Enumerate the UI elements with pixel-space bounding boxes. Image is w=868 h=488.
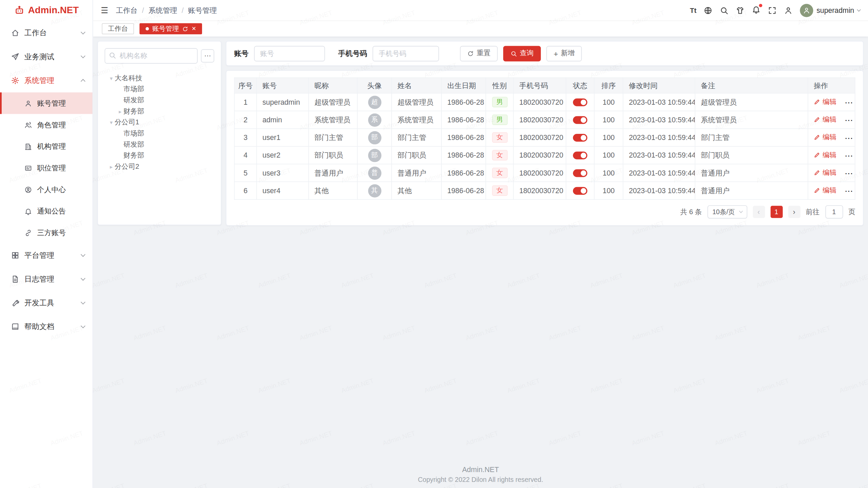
tree-node[interactable]: 研发部 bbox=[105, 139, 214, 150]
sidebar-item-log-management[interactable]: 日志管理 bbox=[0, 267, 93, 291]
fullscreen-icon[interactable] bbox=[768, 6, 777, 15]
caret-down-icon[interactable]: ▾ bbox=[108, 119, 115, 125]
hamburger-menu-icon[interactable]: ☰ bbox=[101, 6, 108, 14]
tree-node[interactable]: ▸ 分公司2 bbox=[105, 161, 214, 172]
org-more-button[interactable]: ⋯ bbox=[201, 49, 214, 62]
caret-right-icon[interactable]: ▸ bbox=[108, 163, 115, 169]
col-remark: 备注 bbox=[695, 78, 808, 93]
edit-icon bbox=[814, 116, 821, 123]
chevron-down-icon bbox=[81, 54, 85, 58]
more-actions-icon[interactable]: ··· bbox=[845, 117, 853, 125]
search-icon[interactable] bbox=[720, 6, 729, 15]
tree-node[interactable]: ▸ 财务部 bbox=[105, 106, 214, 117]
query-button[interactable]: 查询 bbox=[503, 46, 541, 61]
tree-node-label: 市场部 bbox=[123, 129, 144, 138]
avatar bbox=[800, 4, 813, 17]
status-toggle[interactable] bbox=[573, 134, 587, 142]
col-name: 姓名 bbox=[392, 78, 441, 93]
tree-node[interactable]: 财务部 bbox=[105, 150, 214, 161]
avatar: 其 bbox=[368, 184, 381, 197]
phone-input[interactable] bbox=[373, 46, 439, 61]
tab-workbench[interactable]: 工作台 bbox=[102, 23, 134, 35]
sidebar-item-system-management[interactable]: 系统管理 bbox=[0, 68, 93, 92]
more-actions-icon[interactable]: ··· bbox=[845, 99, 853, 107]
goto-page-input[interactable] bbox=[825, 205, 843, 219]
page-size-select[interactable]: 10条/页 bbox=[707, 205, 747, 219]
page-number-button[interactable]: 1 bbox=[770, 206, 783, 218]
tree-node[interactable]: 市场部 bbox=[105, 128, 214, 139]
sidebar-item-org-management[interactable]: 机构管理 bbox=[0, 136, 93, 157]
cell-birth: 1986-06-28 bbox=[441, 129, 486, 146]
home-icon bbox=[11, 29, 19, 37]
sidebar-item-personal-center[interactable]: 个人中心 bbox=[0, 179, 93, 200]
breadcrumb-workbench[interactable]: 工作台 bbox=[116, 5, 138, 15]
cell-index: 1 bbox=[234, 93, 256, 111]
close-icon[interactable]: ✕ bbox=[192, 26, 196, 32]
status-toggle[interactable] bbox=[573, 169, 587, 177]
sidebar-item-workbench[interactable]: 工作台 bbox=[0, 21, 93, 45]
caret-right-icon[interactable]: ▸ bbox=[117, 108, 123, 114]
prev-page-button[interactable]: ‹ bbox=[753, 206, 765, 218]
sidebar-item-position-management[interactable]: 职位管理 bbox=[0, 157, 93, 179]
more-actions-icon[interactable]: ··· bbox=[845, 152, 853, 160]
add-button[interactable]: + 新增 bbox=[546, 46, 582, 61]
cell-modified: 2023-01-03 10:59:44 bbox=[623, 164, 695, 182]
next-page-button[interactable]: › bbox=[788, 206, 800, 218]
theme-icon[interactable] bbox=[736, 6, 745, 15]
more-actions-icon[interactable]: ··· bbox=[845, 170, 853, 178]
table-row: 4 user2 部门职员 部 部门职员 1986-06-28 女 1802003… bbox=[234, 146, 855, 164]
cell-birth: 1986-06-28 bbox=[441, 93, 486, 111]
caret-down-icon[interactable]: ▾ bbox=[108, 75, 115, 81]
breadcrumb-system-management[interactable]: 系统管理 bbox=[149, 5, 177, 15]
tree-node[interactable]: 市场部 bbox=[105, 84, 214, 95]
org-search-input[interactable] bbox=[105, 48, 198, 64]
edit-button[interactable]: 编辑 bbox=[814, 133, 836, 142]
document-icon bbox=[11, 275, 19, 283]
status-toggle[interactable] bbox=[573, 116, 587, 124]
sidebar-item-help-docs[interactable]: 帮助文档 bbox=[0, 315, 93, 339]
status-toggle[interactable] bbox=[573, 152, 587, 160]
sidebar-item-business-test[interactable]: 业务测试 bbox=[0, 45, 93, 68]
tree-node[interactable]: 研发部 bbox=[105, 95, 214, 106]
avatar: 部 bbox=[368, 148, 381, 162]
sidebar-item-label: 通知公告 bbox=[37, 206, 66, 216]
font-size-icon[interactable]: Tt bbox=[690, 6, 696, 14]
tree-node[interactable]: ▾ 大名科技 bbox=[105, 73, 214, 84]
tab-account-management[interactable]: 账号管理 ✕ bbox=[139, 23, 202, 35]
sidebar-item-role-management[interactable]: 角色管理 bbox=[0, 114, 93, 136]
cell-nickname: 部门主管 bbox=[309, 129, 357, 146]
sidebar-item-dev-tools[interactable]: 开发工具 bbox=[0, 291, 93, 315]
status-toggle[interactable] bbox=[573, 187, 587, 195]
col-phone: 手机号码 bbox=[513, 78, 566, 93]
roles-icon bbox=[24, 121, 32, 129]
language-icon[interactable] bbox=[704, 6, 712, 15]
edit-button[interactable]: 编辑 bbox=[814, 115, 836, 124]
reset-button[interactable]: 重置 bbox=[460, 46, 498, 61]
cell-name: 超级管理员 bbox=[392, 93, 441, 111]
phone-label: 手机号码 bbox=[338, 48, 367, 58]
edit-button[interactable]: 编辑 bbox=[814, 150, 836, 160]
refresh-icon[interactable] bbox=[182, 26, 188, 32]
account-input[interactable] bbox=[254, 46, 325, 61]
sidebar-item-notice[interactable]: 通知公告 bbox=[0, 200, 93, 222]
edit-button[interactable]: 编辑 bbox=[814, 186, 836, 195]
edit-button[interactable]: 编辑 bbox=[814, 168, 836, 178]
add-button-label: 新增 bbox=[561, 49, 575, 58]
notification-bell-icon[interactable] bbox=[752, 5, 761, 16]
breadcrumb-account-management[interactable]: 账号管理 bbox=[188, 5, 217, 15]
sidebar-item-platform-management[interactable]: 平台管理 bbox=[0, 243, 93, 267]
sidebar-item-third-party-account[interactable]: 三方账号 bbox=[0, 222, 93, 244]
gender-tag: 女 bbox=[492, 132, 508, 143]
sidebar-item-account-management[interactable]: 账号管理 bbox=[0, 93, 93, 114]
person-icon[interactable] bbox=[784, 6, 793, 15]
edit-button[interactable]: 编辑 bbox=[814, 97, 836, 107]
user-menu[interactable]: superadmin bbox=[800, 4, 860, 17]
cell-index: 3 bbox=[234, 129, 256, 146]
cell-nickname: 超级管理员 bbox=[309, 93, 357, 111]
more-actions-icon[interactable]: ··· bbox=[845, 135, 853, 142]
gender-tag: 男 bbox=[492, 115, 508, 125]
status-toggle[interactable] bbox=[573, 99, 587, 106]
more-actions-icon[interactable]: ··· bbox=[845, 188, 853, 196]
tree-node[interactable]: ▾ 分公司1 bbox=[105, 117, 214, 128]
app-logo[interactable]: Admin.NET bbox=[0, 0, 93, 21]
